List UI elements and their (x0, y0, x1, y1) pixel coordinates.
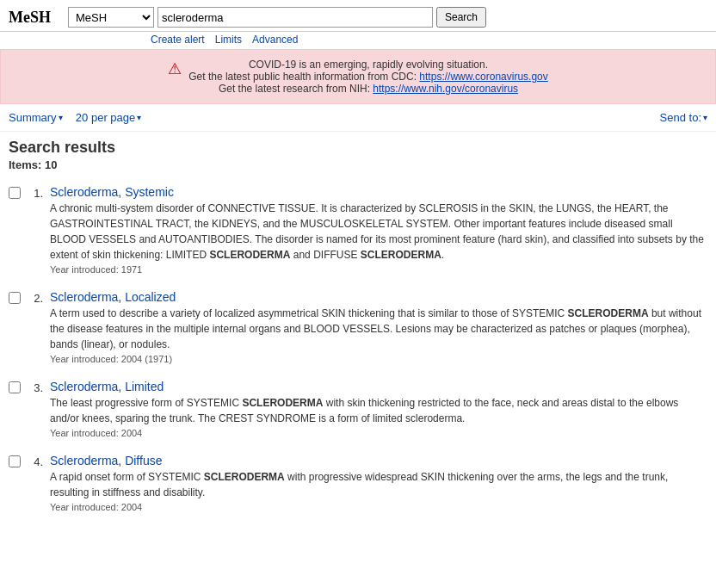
covid-banner: ⚠ COVID-19 is an emerging, rapidly evolv… (0, 49, 716, 104)
result-checkbox[interactable] (9, 455, 21, 467)
table-row: 4. Scleroderma, Diffuse A rapid onset fo… (9, 454, 707, 512)
cdc-link[interactable]: https://www.coronavirus.gov (419, 71, 547, 83)
result-checkbox[interactable] (9, 187, 21, 199)
warning-icon: ⚠ (168, 59, 182, 80)
result-description: The least progressive form of SYSTEMIC S… (50, 395, 707, 426)
summary-dropdown[interactable]: Summary (9, 111, 63, 124)
result-title[interactable]: Scleroderma, Diffuse (50, 454, 162, 467)
result-title[interactable]: Scleroderma, Localized (50, 290, 176, 304)
table-row: 3. Scleroderma, Limited The least progre… (9, 380, 707, 438)
per-page-dropdown[interactable]: 20 per page (76, 111, 141, 124)
search-button[interactable]: Search (436, 7, 486, 28)
result-number: 2. (28, 292, 43, 305)
year-introduced: Year introduced: 2004 (50, 502, 707, 512)
sub-links: Create alert Limits Advanced (0, 32, 716, 49)
nih-link[interactable]: https://www.nih.gov/coronavirus (373, 83, 518, 95)
send-to-dropdown[interactable]: Send to: (660, 111, 707, 124)
year-introduced: Year introduced: 1971 (50, 264, 707, 275)
result-content: Scleroderma, Systemic A chronic multi-sy… (50, 185, 707, 275)
main-content: Search results Items: 10 1. Scleroderma,… (0, 132, 716, 535)
table-row: 1. Scleroderma, Systemic A chronic multi… (9, 185, 707, 275)
covid-line1: COVID-19 is an emerging, rapidly evolvin… (188, 59, 548, 71)
result-checkbox[interactable] (9, 381, 21, 393)
result-description: A term used to describe a variety of loc… (50, 306, 707, 352)
year-introduced: Year introduced: 2004 (50, 428, 707, 438)
covid-line2: Get the latest public health information… (188, 71, 548, 83)
limits-link[interactable]: Limits (215, 34, 242, 46)
result-number: 4. (28, 455, 43, 468)
app-logo: MeSH (9, 9, 51, 27)
create-alert-link[interactable]: Create alert (151, 34, 205, 46)
advanced-link[interactable]: Advanced (252, 34, 298, 46)
table-row: 2. Scleroderma, Localized A term used to… (9, 290, 707, 364)
result-content: Scleroderma, Localized A term used to de… (50, 290, 707, 364)
result-content: Scleroderma, Diffuse A rapid onset form … (50, 454, 707, 512)
search-results-heading: Search results (9, 139, 707, 157)
header: MeSH MeSH PubMed Search (0, 0, 716, 32)
results-list: 1. Scleroderma, Systemic A chronic multi… (9, 185, 707, 512)
result-content: Scleroderma, Limited The least progressi… (50, 380, 707, 438)
result-checkbox[interactable] (9, 292, 21, 304)
result-description: A chronic multi-system disorder of CONNE… (50, 201, 707, 263)
covid-line3: Get the latest research from NIH: https:… (188, 83, 548, 95)
search-form: MeSH PubMed Search (68, 7, 486, 28)
covid-text: COVID-19 is an emerging, rapidly evolvin… (188, 59, 548, 95)
search-input[interactable] (157, 7, 433, 28)
result-number: 1. (28, 187, 43, 200)
result-title[interactable]: Scleroderma, Limited (50, 380, 164, 393)
database-select[interactable]: MeSH PubMed (68, 7, 154, 28)
items-count: Items: 10 (9, 158, 707, 171)
toolbar-left: Summary 20 per page (9, 111, 141, 124)
toolbar: Summary 20 per page Send to: (0, 104, 716, 132)
result-description: A rapid onset form of SYSTEMIC SCLERODER… (50, 469, 707, 500)
year-introduced: Year introduced: 2004 (1971) (50, 354, 707, 364)
result-number: 3. (28, 381, 43, 394)
result-title[interactable]: Scleroderma, Systemic (50, 185, 174, 199)
toolbar-right: Send to: (660, 111, 707, 124)
